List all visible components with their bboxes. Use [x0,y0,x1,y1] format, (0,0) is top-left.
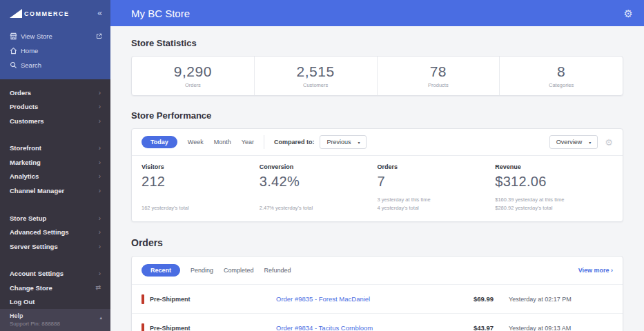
sidebar-item-customers[interactable]: Customers › [0,114,110,128]
search-icon [10,61,21,69]
chevron-up-icon[interactable]: ▴ [99,315,102,321]
view-more-link[interactable]: View more › [578,267,613,274]
orders-heading: Orders [131,237,623,248]
sidebar-item-storefront[interactable]: Storefront › [0,141,110,156]
sidebar-item-label: Channel Manager [10,187,64,194]
metric-visitors: Visitors 212 162 yesterday's total [142,163,260,213]
stat-categories: 8 Categories [500,57,623,95]
metric-conversion: Conversion 3.42% 2.47% yesterday's total [260,163,378,213]
orders-tab-recent[interactable]: Recent [142,264,180,277]
sidebar-item-products[interactable]: Products › [0,100,110,114]
chevron-right-icon: › [99,144,101,152]
store-title: My BC Store [131,8,190,19]
orders-tab-completed[interactable]: Completed [224,267,254,274]
storefront-icon [10,32,21,40]
order-amount: $43.97 [452,324,494,331]
orders-tab-pending[interactable]: Pending [191,267,213,274]
sidebar-item-label: Change Store [10,284,52,292]
sidebar-item-label: Marketing [10,159,41,166]
metric-subtext: 4 yesterday's total [378,204,496,213]
stat-label: Orders [185,82,201,88]
chevron-right-icon: › [99,103,101,110]
sidebar-item-analytics[interactable]: Analytics › [0,170,110,184]
logo-text: COMMERCE [24,10,70,17]
sidebar-item-label: View Store [21,32,52,40]
orders-tab-refunded[interactable]: Refunded [264,267,291,274]
order-time: Yesterday at 09:13 AM [494,325,613,331]
sidebar-item-search[interactable]: Search [0,58,110,72]
store-statistics-card: 9,290 Orders 2,515 Customers 78 Products… [131,56,623,96]
bigcommerce-sail-icon [10,9,22,18]
stat-products: 78 Products [378,57,500,95]
range-tab-year[interactable]: Year [242,139,254,146]
chevron-right-icon: › [99,172,101,180]
range-tab-month[interactable]: Month [214,139,231,146]
help-title: Help [10,312,101,319]
settings-gear-icon[interactable]: ⚙ [624,8,633,19]
chevron-right-icon: › [99,117,101,125]
sidebar-item-label: Storefront [10,144,41,152]
sidebar-item-label: Analytics [10,172,39,180]
sidebar-item-log-out[interactable]: Log Out [0,295,110,310]
top-header: My BC Store ⚙ [110,0,644,26]
stat-label: Customers [303,82,328,88]
sidebar-group-commerce: Orders › Products › Customers › [0,79,110,128]
status-bar-icon [142,294,144,304]
store-statistics-heading: Store Statistics [131,38,623,48]
sidebar-item-label: Customers [10,117,44,125]
sidebar-item-advanced-settings[interactable]: Advanced Settings › [0,225,110,239]
sidebar-item-change-store[interactable]: Change Store ⇄ [0,281,110,295]
view-dropdown[interactable]: Overview ▾ [549,135,598,149]
compared-to-dropdown[interactable]: Previous ▾ [320,135,367,149]
sidebar-item-store-setup[interactable]: Store Setup › [0,211,110,225]
status-bar-icon [142,323,144,331]
status-label: Pre-Shipment [150,296,191,303]
sidebar-item-view-store[interactable]: View Store [0,29,110,43]
compared-to-value: Previous [326,139,351,146]
metric-value: 212 [142,174,260,190]
order-link[interactable]: Order #9835 - Forest MacDaniel [276,295,452,303]
sidebar-item-label: Server Settings [10,243,58,250]
metric-subtext: 2.47% yesterday's total [260,204,378,213]
chevron-right-icon: › [99,89,101,97]
performance-settings-gear-icon[interactable]: ⚙ [605,138,613,147]
sidebar-group-storefront: Storefront › Marketing › Analytics › Cha… [0,135,110,198]
stat-value: 9,290 [174,63,212,80]
performance-metrics: Visitors 212 162 yesterday's total Conve… [132,155,623,221]
sidebar-item-label: Store Setup [10,214,46,222]
sidebar-item-server-settings[interactable]: Server Settings › [0,239,110,254]
sidebar-collapse-icon[interactable]: « [97,8,102,18]
order-link[interactable]: Order #9834 - Tacitus Cornbloom [276,324,452,331]
orders-toolbar: Recent Pending Completed Refunded View m… [132,257,623,284]
chevron-down-icon: ▾ [589,140,591,145]
order-status: Pre-Shipment [142,294,276,304]
order-row: Pre-Shipment Order #9835 - Forest MacDan… [132,284,623,313]
sidebar-item-label: Search [21,61,41,69]
home-icon [10,47,21,54]
range-tab-week[interactable]: Week [188,139,204,146]
bigcommerce-logo: COMMERCE « [0,0,110,29]
divider [264,135,264,149]
sidebar-item-orders[interactable]: Orders › [0,86,110,100]
sidebar-group-settings: Store Setup › Advanced Settings › Server… [0,205,110,254]
range-tab-today[interactable]: Today [142,136,177,148]
view-value: Overview [556,139,583,146]
sidebar-item-marketing[interactable]: Marketing › [0,155,110,170]
metric-label: Visitors [142,163,260,170]
external-link-icon [96,33,102,41]
sidebar-item-account-settings[interactable]: Account Settings › [0,267,110,281]
chevron-right-icon: › [99,159,101,166]
sidebar-item-label: Log Out [10,298,35,305]
sidebar-item-channel-manager[interactable]: Channel Manager › [0,183,110,198]
order-time: Yesterday at 02:17 PM [494,296,613,303]
sidebar-item-home[interactable]: Home [0,43,110,58]
metric-subtext: $280.92 yesterday's total [495,204,613,213]
stat-value: 2,515 [297,63,335,80]
stat-label: Categories [549,82,574,88]
help-panel[interactable]: Help Support Pin: 888888 ▴ [0,309,110,331]
store-performance-heading: Store Performance [131,110,623,121]
metric-revenue: Revenue $312.06 $160.39 yesterday at thi… [495,163,613,213]
chevron-right-icon: › [99,270,101,277]
stat-customers: 2,515 Customers [255,57,378,95]
metric-subtext: $160.39 yesterday at this time [495,196,613,205]
